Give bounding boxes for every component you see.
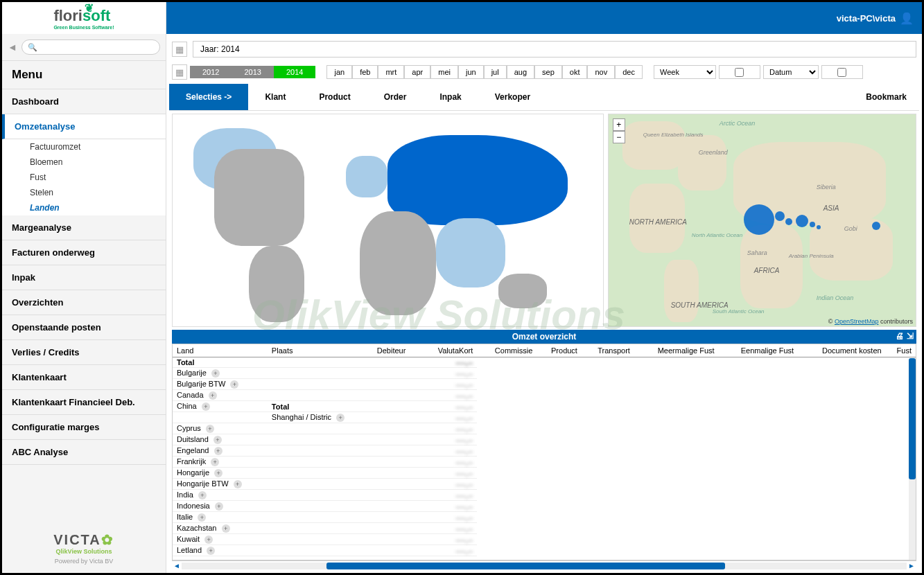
menu-item-klantenkaart[interactable]: Klantenkaart [2,365,166,390]
expand-icon[interactable]: + [204,536,213,544]
map-bubble[interactable] [796,215,808,227]
table-row[interactable]: Italie +----,-- [173,512,916,523]
menu-item-omzetanalyse[interactable]: Omzetanalyse [2,114,166,139]
menu-item-klantenkaart-financieel-deb-[interactable]: Klantenkaart Financieel Deb. [2,390,166,415]
expand-icon[interactable]: + [211,458,219,466]
expand-icon[interactable]: + [234,480,242,488]
column-header[interactable]: Product [537,344,582,357]
menu-item-overzichten[interactable]: Overzichten [2,290,166,315]
horizontal-scrollbar[interactable]: ◄ ► [172,560,916,570]
datum-check[interactable] [821,65,863,79]
month-button-mei[interactable]: mei [430,65,458,79]
table-row[interactable]: Bulgarije BTW +----,-- [173,379,916,390]
column-header[interactable]: Eenmalige Fust [719,344,799,357]
expand-icon[interactable]: + [198,513,206,522]
menu-item-verlies-credits[interactable]: Verlies / Credits [2,340,166,365]
menu-item-dashboard[interactable]: Dashboard [2,89,166,114]
map-bubble[interactable] [810,222,815,227]
revenue-table[interactable]: LandPlaatsDebiteurValutaKortCommissiePro… [173,344,916,556]
expand-icon[interactable]: + [213,436,222,444]
month-button-jun[interactable]: jun [458,65,484,79]
zoom-in-button[interactable]: + [613,118,625,131]
world-map-bubbles[interactable]: Arctic Ocean Greenland Queen Elizabeth I… [608,114,916,327]
table-row[interactable]: Letland +----,-- [173,545,916,556]
calendar-icon[interactable]: ▦ [172,42,187,57]
search-input[interactable] [21,39,160,55]
column-header[interactable]: Fust [886,344,916,357]
submenu-item-factuuromzet[interactable]: Factuuromzet [2,139,166,154]
menu-item-abc-analyse[interactable]: ABC Analyse [2,440,166,465]
expand-icon[interactable]: + [222,524,230,533]
table-row[interactable]: Frankrijk +----,-- [173,457,916,468]
map-bubble[interactable] [775,211,785,221]
expand-icon[interactable]: + [336,414,345,422]
month-button-sep[interactable]: sep [534,65,562,79]
datum-dropdown[interactable]: Datum [763,65,819,79]
osm-link[interactable]: OpenStreetMap [835,318,879,325]
table-row[interactable]: Hongarije BTW +----,-- [173,479,916,490]
expand-icon[interactable]: + [207,547,215,555]
column-header[interactable]: ValutaKort [421,344,477,357]
column-header[interactable]: Document kosten [798,344,885,357]
menu-item-inpak[interactable]: Inpak [2,265,166,290]
month-button-dec[interactable]: dec [615,65,643,79]
column-header[interactable]: Debiteur [373,344,421,357]
table-row[interactable]: Total----,-- [173,357,916,368]
back-icon[interactable]: ◄ [8,42,17,53]
table-row[interactable]: Cyprus +----,-- [173,423,916,434]
expand-icon[interactable]: + [209,391,217,400]
tab-verkoper[interactable]: Verkoper [478,84,547,110]
month-button-nov[interactable]: nov [587,65,615,79]
menu-item-openstaande-posten[interactable]: Openstaande posten [2,315,166,340]
calendar-icon-2[interactable]: ▦ [172,64,187,80]
tab-product[interactable]: Product [302,84,367,110]
bookmark-button[interactable]: Bookmark [853,84,919,110]
tab-order[interactable]: Order [367,84,424,110]
month-button-okt[interactable]: okt [562,65,588,79]
submenu-item-bloemen[interactable]: Bloemen [2,154,166,170]
map-bubble[interactable] [817,225,821,229]
year-button-2012[interactable]: 2012 [190,66,232,78]
table-row[interactable]: Kazachstan +----,-- [173,523,916,534]
table-row[interactable]: China +Total----,-- [173,401,916,412]
table-row[interactable]: Indonesia +----,-- [173,501,916,512]
week-dropdown[interactable]: Week [654,65,716,79]
table-row[interactable]: Engeland +----,-- [173,445,916,457]
column-header[interactable]: Plaats [268,344,373,357]
menu-item-configuratie-marges[interactable]: Configuratie marges [2,415,166,440]
tab-selecties-[interactable]: Selecties -> [169,84,248,110]
scroll-right-icon[interactable]: ► [907,562,916,569]
submenu-item-landen[interactable]: Landen [2,200,166,215]
export-icon[interactable]: ⇲ [907,331,914,341]
submenu-item-stelen[interactable]: Stelen [2,185,166,200]
expand-icon[interactable]: + [215,502,223,511]
map-bubble[interactable] [872,222,880,230]
year-button-2013[interactable]: 2013 [232,66,273,78]
menu-item-margeanalyse[interactable]: Margeanalyse [2,215,166,240]
expand-icon[interactable]: + [211,369,220,378]
month-button-apr[interactable]: apr [404,65,430,79]
table-row[interactable]: Hongarije +----,-- [173,468,916,479]
vertical-scrollbar[interactable] [909,358,916,560]
world-map-choropleth[interactable] [172,114,604,327]
expand-icon[interactable]: + [230,380,238,389]
submenu-item-fust[interactable]: Fust [2,170,166,185]
column-header[interactable]: Land [173,344,268,357]
month-button-feb[interactable]: feb [352,65,378,79]
table-row[interactable]: Shanghai / Distric +----,-- [173,412,916,423]
tab-inpak[interactable]: Inpak [423,84,478,110]
expand-icon[interactable]: + [198,491,207,499]
menu-item-facturen-onderweg[interactable]: Facturen onderweg [2,240,166,265]
expand-icon[interactable]: + [206,425,214,433]
scroll-left-icon[interactable]: ◄ [172,562,182,569]
month-button-jul[interactable]: jul [484,65,507,79]
print-icon[interactable]: 🖨 [896,331,904,341]
table-row[interactable]: Kuwait +----,-- [173,534,916,545]
month-button-aug[interactable]: aug [507,65,534,79]
table-row[interactable]: Canada +----,-- [173,390,916,401]
expand-icon[interactable]: + [202,402,210,411]
table-row[interactable]: Duitsland +----,-- [173,434,916,445]
zoom-out-button[interactable]: − [613,131,625,143]
month-button-mrt[interactable]: mrt [378,65,404,79]
table-row[interactable]: India +----,-- [173,490,916,501]
